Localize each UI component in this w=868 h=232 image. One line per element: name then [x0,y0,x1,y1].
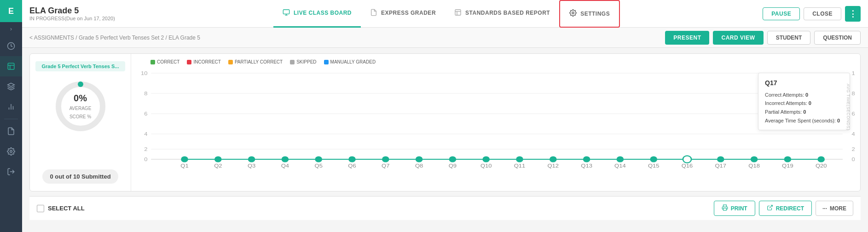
chart-left-panel: Grade 5 Perfect Verb Tenses S... 0% AVER… [30,54,131,191]
breadcrumb[interactable]: < ASSIGNMENTS / Grade 5 Perfect Verb Ten… [29,35,665,41]
svg-text:10: 10 [141,70,148,76]
pause-button[interactable]: PAUSE [763,7,800,20]
sidebar-logo: E [0,0,22,22]
svg-rect-13 [455,10,461,15]
tab-settings-label: SETTINGS [580,11,610,17]
card-view-button[interactable]: CARD VIEW [713,31,763,45]
more-options-button[interactable]: ⋮ [845,6,861,22]
svg-text:Q7: Q7 [382,163,390,169]
svg-text:Q12: Q12 [548,163,559,169]
svg-text:4: 4 [144,131,148,137]
chart-section: Grade 5 Perfect Verb Tenses S... 0% AVER… [29,53,861,191]
tooltip-incorrect: Incorrect Attempts: 0 [765,99,843,108]
svg-text:4: 4 [852,131,855,137]
correct-label: CORRECT [157,59,179,64]
bottom-bar: SELECT ALL PRINT REDIRECT [29,196,861,220]
svg-rect-1 [8,63,14,70]
svg-text:Q16: Q16 [682,163,693,169]
svg-point-42 [550,156,557,162]
svg-text:6: 6 [144,111,148,117]
svg-text:10: 10 [852,70,855,76]
tab-standards-report[interactable]: STANDARDS BASED REPORT [445,0,559,28]
sidebar-expand[interactable]: › [0,22,22,36]
svg-point-44 [617,156,624,162]
student-button[interactable]: STUDENT [767,31,811,45]
svg-text:Q1: Q1 [180,163,189,169]
svg-text:Q17: Q17 [715,163,727,169]
header-actions: PAUSE CLOSE ⋮ [763,6,861,22]
svg-text:Q14: Q14 [614,163,626,169]
svg-text:Q19: Q19 [782,163,793,169]
tooltip-partial: Partial Attempts: 0 [765,108,843,116]
tooltip-correct: Correct Attempts: 0 [765,91,843,99]
sidebar-item-clock[interactable] [0,36,22,56]
svg-text:Q20: Q20 [816,163,827,169]
settings-tab-icon [569,9,577,18]
sub-header: < ASSIGNMENTS / Grade 5 Perfect Verb Ten… [22,28,868,48]
sidebar-item-logout[interactable] [0,162,22,182]
svg-point-41 [516,156,523,162]
skipped-label: SKIPPED [296,59,316,64]
svg-text:Q9: Q9 [449,163,457,169]
svg-point-37 [382,156,389,162]
select-all-label: SELECT ALL [48,205,85,212]
svg-point-46 [683,156,691,162]
incorrect-label: INCORRECT [193,59,220,64]
grader-icon [370,9,377,17]
legend-incorrect: INCORRECT [187,59,220,64]
svg-text:8: 8 [852,91,855,97]
question-button[interactable]: QUESTION [814,31,861,45]
tab-express-grader[interactable]: EXPRESS GRADER [361,0,445,28]
sidebar-item-assignment[interactable] [0,56,22,76]
svg-text:Q6: Q6 [348,163,356,169]
svg-text:0: 0 [144,157,148,162]
more-button[interactable]: ··· MORE [816,201,853,216]
select-all-checkbox[interactable] [37,205,44,212]
svg-point-39 [449,156,457,162]
sidebar: E › [0,0,22,232]
partial-dot [228,60,233,64]
chart-right-panel: CORRECT INCORRECT PARTIALLY CORRECT [131,54,860,191]
svg-text:2: 2 [852,146,855,152]
close-button[interactable]: CLOSE [804,7,841,20]
svg-point-40 [482,156,490,162]
manual-dot [324,60,329,64]
tab-settings[interactable]: SETTINGS [559,0,620,28]
present-button[interactable]: PRESENT [665,31,709,45]
svg-point-50 [817,156,825,162]
svg-point-48 [751,156,758,162]
svg-line-79 [769,205,772,208]
chart-canvas: 10 8 6 4 2 0 [137,68,855,187]
correct-dot [150,60,155,64]
select-all-row[interactable]: SELECT ALL [37,205,85,212]
sidebar-item-settings[interactable] [0,141,22,162]
svg-point-38 [416,156,423,162]
page-title: ELA Grade 5 [29,6,131,16]
tab-live-class-board[interactable]: LIVE CLASS BOARD [273,0,361,28]
legend-skipped: SKIPPED [290,59,316,64]
sidebar-item-layers[interactable] [0,76,22,97]
svg-text:Q3: Q3 [248,163,256,169]
svg-rect-10 [283,10,289,14]
score-percent: 0% [67,93,94,104]
svg-text:Q13: Q13 [581,163,592,169]
svg-text:Q18: Q18 [748,163,760,169]
print-button[interactable]: PRINT [714,201,755,216]
donut-chart: 0% AVERAGE SCORE % [53,79,108,134]
redirect-button[interactable]: REDIRECT [759,201,812,216]
svg-point-36 [348,156,356,162]
bottom-actions: PRINT REDIRECT ··· MORE [714,201,853,216]
sidebar-item-paper[interactable] [0,121,22,141]
svg-text:2: 2 [144,146,148,152]
svg-point-33 [248,156,255,162]
svg-point-16 [572,12,574,14]
print-icon [722,204,728,212]
monitor-icon [283,9,290,17]
sidebar-item-chart[interactable] [0,97,22,117]
print-label: PRINT [731,205,747,212]
submitted-info: 0 out of 10 Submitted [42,169,118,184]
svg-text:Q15: Q15 [648,163,660,169]
score-label: AVERAGE SCORE % [69,106,92,119]
legend-correct: CORRECT [150,59,179,64]
svg-text:0: 0 [852,157,855,162]
